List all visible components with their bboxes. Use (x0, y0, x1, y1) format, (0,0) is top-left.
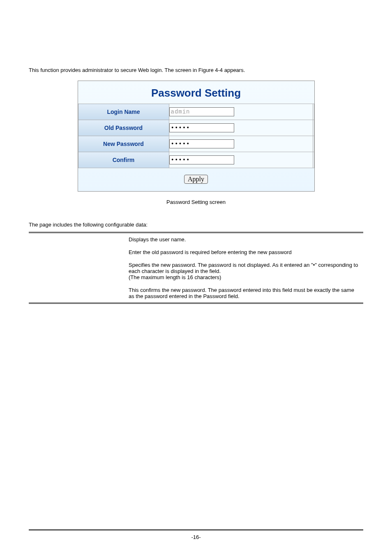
page-number: -16- (0, 534, 392, 540)
desc-left (29, 259, 126, 284)
desc-left (29, 284, 126, 303)
intro-text: This function provides administrator to … (29, 67, 363, 73)
figure-caption: Password Setting screen (29, 199, 363, 205)
new-password-input[interactable] (169, 139, 234, 148)
tail-cell (313, 136, 314, 152)
tail-cell (313, 104, 314, 120)
row-confirm: Confirm (78, 152, 314, 168)
desc-right: Enter the old password is required befor… (126, 246, 363, 259)
label-confirm: Confirm (78, 152, 169, 168)
subhead-text: The page includes the following configur… (29, 222, 363, 228)
apply-row: Apply (78, 168, 314, 184)
password-setting-panel: Password Setting Login Name Old Password… (78, 81, 315, 192)
desc-line: Specifies the new password. The password… (129, 262, 358, 274)
desc-right: Specifies the new password. The password… (126, 259, 363, 284)
footer-rule (29, 530, 363, 530)
form-table: Login Name Old Password New Password (78, 104, 314, 168)
label-login-name: Login Name (78, 104, 169, 120)
table-row: Displays the user name. (29, 233, 363, 246)
row-old-password: Old Password (78, 120, 314, 136)
desc-right: This confirms the new password. The pass… (126, 284, 363, 303)
table-row: This confirms the new password. The pass… (29, 284, 363, 303)
desc-right: Displays the user name. (126, 233, 363, 246)
table-row: Enter the old password is required befor… (29, 246, 363, 259)
description-table: Displays the user name. Enter the old pa… (29, 232, 363, 304)
tail-cell (313, 120, 314, 136)
cell-new-password (169, 136, 313, 152)
label-old-password: Old Password (78, 120, 169, 136)
desc-left (29, 246, 126, 259)
apply-button[interactable]: Apply (184, 175, 208, 184)
desc-left (29, 233, 126, 246)
table-row: Specifies the new password. The password… (29, 259, 363, 284)
desc-note: (The maximum length is 16 characters) (129, 274, 221, 280)
tail-cell (313, 152, 314, 168)
login-name-input (169, 107, 234, 116)
label-new-password: New Password (78, 136, 169, 152)
cell-confirm (169, 152, 313, 168)
row-login-name: Login Name (78, 104, 314, 120)
cell-old-password (169, 120, 313, 136)
row-new-password: New Password (78, 136, 314, 152)
document-page: This function provides administrator to … (0, 0, 392, 555)
confirm-input[interactable] (169, 155, 234, 164)
cell-login-name (169, 104, 313, 120)
old-password-input[interactable] (169, 123, 234, 132)
panel-title: Password Setting (78, 81, 314, 104)
